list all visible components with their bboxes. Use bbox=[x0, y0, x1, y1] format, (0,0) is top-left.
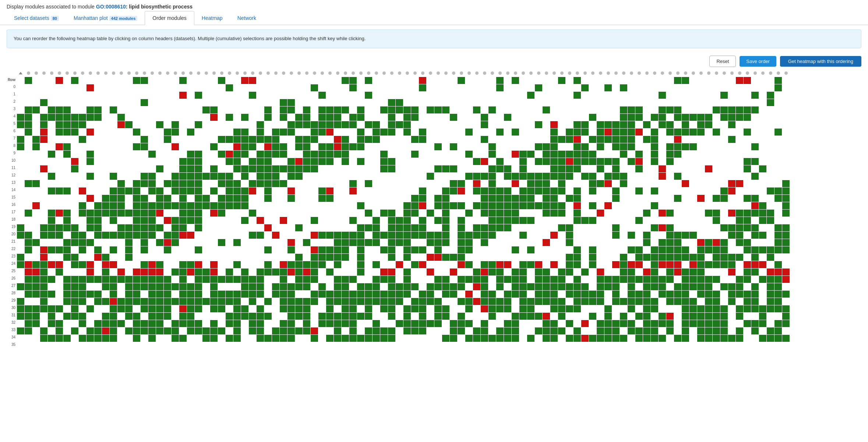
col-header-64[interactable] bbox=[512, 70, 519, 77]
col-header-66[interactable] bbox=[527, 70, 534, 77]
reset-button[interactable]: Reset bbox=[709, 56, 736, 67]
col-header-31[interactable] bbox=[257, 70, 264, 77]
col-header-69[interactable] bbox=[550, 70, 558, 77]
col-header-90[interactable] bbox=[713, 70, 720, 77]
col-header-35[interactable] bbox=[287, 70, 295, 77]
col-header-33[interactable] bbox=[272, 70, 279, 77]
col-header-50[interactable] bbox=[403, 70, 411, 77]
col-header-2[interactable] bbox=[32, 70, 40, 77]
col-header-77[interactable] bbox=[612, 70, 620, 77]
col-header-30[interactable] bbox=[249, 70, 256, 77]
col-header-70[interactable] bbox=[558, 70, 565, 77]
col-header-84[interactable] bbox=[666, 70, 674, 77]
col-header-58[interactable] bbox=[465, 70, 473, 77]
col-header-15[interactable] bbox=[133, 70, 140, 77]
col-header-16[interactable] bbox=[141, 70, 148, 77]
col-header-65[interactable] bbox=[519, 70, 527, 77]
tab-manhattan-plot[interactable]: Manhattan plot442 modules bbox=[66, 11, 145, 25]
col-header-1[interactable] bbox=[25, 70, 32, 77]
col-header-36[interactable] bbox=[295, 70, 303, 77]
col-header-24[interactable] bbox=[202, 70, 210, 77]
column-headers[interactable] bbox=[17, 70, 861, 77]
col-header-67[interactable] bbox=[535, 70, 542, 77]
col-header-25[interactable] bbox=[210, 70, 218, 77]
tab-network[interactable]: Network bbox=[230, 11, 264, 25]
col-header-27[interactable] bbox=[226, 70, 233, 77]
col-header-91[interactable] bbox=[720, 70, 728, 77]
col-header-85[interactable] bbox=[674, 70, 681, 77]
col-header-72[interactable] bbox=[574, 70, 581, 77]
col-header-99[interactable] bbox=[782, 70, 790, 77]
col-header-46[interactable] bbox=[373, 70, 380, 77]
col-header-38[interactable] bbox=[311, 70, 318, 77]
col-header-45[interactable] bbox=[365, 70, 372, 77]
col-header-13[interactable] bbox=[117, 70, 125, 77]
col-header-80[interactable] bbox=[635, 70, 643, 77]
col-header-95[interactable] bbox=[751, 70, 759, 77]
col-header-6[interactable] bbox=[63, 70, 71, 77]
col-header-26[interactable] bbox=[218, 70, 225, 77]
col-header-86[interactable] bbox=[682, 70, 689, 77]
col-header-28[interactable] bbox=[233, 70, 241, 77]
col-header-19[interactable] bbox=[164, 70, 171, 77]
col-header-59[interactable] bbox=[473, 70, 480, 77]
col-header-87[interactable] bbox=[689, 70, 697, 77]
col-header-83[interactable] bbox=[659, 70, 666, 77]
tab-select-datasets[interactable]: Select datasets80 bbox=[7, 11, 66, 25]
col-header-51[interactable] bbox=[411, 70, 419, 77]
col-header-11[interactable] bbox=[102, 70, 109, 77]
col-header-3[interactable] bbox=[40, 70, 47, 77]
col-header-41[interactable] bbox=[334, 70, 341, 77]
tab-order-modules[interactable]: Order modules bbox=[145, 11, 194, 25]
col-header-22[interactable] bbox=[187, 70, 194, 77]
col-header-54[interactable] bbox=[434, 70, 442, 77]
col-header-21[interactable] bbox=[179, 70, 187, 77]
col-header-34[interactable] bbox=[280, 70, 287, 77]
col-header-18[interactable] bbox=[156, 70, 163, 77]
col-header-48[interactable] bbox=[388, 70, 395, 77]
col-header-76[interactable] bbox=[604, 70, 612, 77]
col-header-5[interactable] bbox=[56, 70, 63, 77]
col-header-81[interactable] bbox=[643, 70, 650, 77]
col-header-89[interactable] bbox=[705, 70, 712, 77]
col-header-8[interactable] bbox=[79, 70, 86, 77]
col-header-88[interactable] bbox=[697, 70, 705, 77]
col-header-47[interactable] bbox=[380, 70, 388, 77]
col-header-53[interactable] bbox=[427, 70, 434, 77]
col-header-63[interactable] bbox=[504, 70, 511, 77]
col-header-49[interactable] bbox=[396, 70, 403, 77]
col-header-44[interactable] bbox=[357, 70, 364, 77]
col-header-68[interactable] bbox=[543, 70, 550, 77]
col-header-73[interactable] bbox=[581, 70, 589, 77]
save-order-button[interactable]: Save order bbox=[740, 56, 776, 67]
tab-heatmap[interactable]: Heatmap bbox=[194, 11, 230, 25]
col-header-17[interactable] bbox=[148, 70, 156, 77]
col-header-79[interactable] bbox=[628, 70, 635, 77]
col-header-0[interactable] bbox=[17, 70, 24, 77]
col-header-29[interactable] bbox=[241, 70, 248, 77]
col-header-32[interactable] bbox=[264, 70, 272, 77]
col-header-74[interactable] bbox=[589, 70, 596, 77]
col-header-4[interactable] bbox=[48, 70, 55, 77]
col-header-39[interactable] bbox=[318, 70, 326, 77]
col-header-43[interactable] bbox=[349, 70, 357, 77]
col-header-20[interactable] bbox=[172, 70, 179, 77]
col-header-14[interactable] bbox=[125, 70, 133, 77]
col-header-52[interactable] bbox=[419, 70, 426, 77]
col-header-55[interactable] bbox=[442, 70, 449, 77]
col-header-82[interactable] bbox=[651, 70, 658, 77]
col-header-37[interactable] bbox=[303, 70, 310, 77]
col-header-40[interactable] bbox=[326, 70, 334, 77]
col-header-23[interactable] bbox=[195, 70, 202, 77]
col-header-10[interactable] bbox=[94, 70, 102, 77]
col-header-62[interactable] bbox=[496, 70, 504, 77]
col-header-92[interactable] bbox=[728, 70, 735, 77]
col-header-71[interactable] bbox=[566, 70, 573, 77]
col-header-97[interactable] bbox=[767, 70, 774, 77]
col-header-7[interactable] bbox=[71, 70, 78, 77]
col-header-78[interactable] bbox=[620, 70, 627, 77]
col-header-57[interactable] bbox=[458, 70, 465, 77]
col-header-42[interactable] bbox=[342, 70, 349, 77]
col-header-93[interactable] bbox=[736, 70, 743, 77]
col-header-12[interactable] bbox=[110, 70, 117, 77]
